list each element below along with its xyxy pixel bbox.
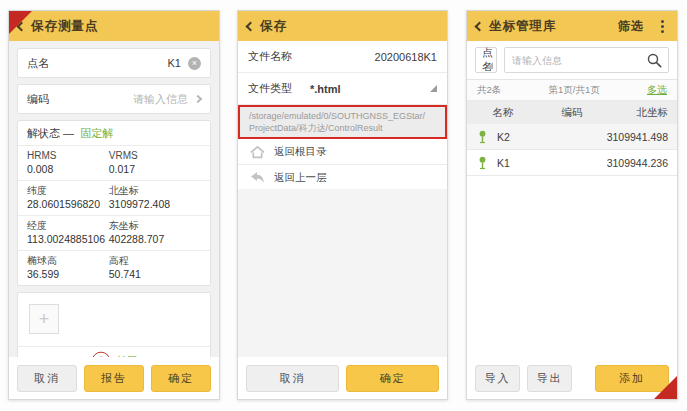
stat-row-lon: 经度113.0024885106 东坐标402288.707 (18, 216, 210, 251)
point-icon (477, 130, 488, 144)
ellipsoid-height-label: 椭球高 (27, 254, 109, 267)
file-name-label: 文件名称 (248, 49, 292, 64)
hrms-label: HRMS (27, 149, 109, 162)
solution-status: 解状态 — 固定解 (18, 121, 210, 146)
point-name-value: K1 (168, 57, 181, 69)
screen-coord-library: 坐标管理库 筛选 点名 共2条 第1页/共1页 多选 (466, 10, 678, 400)
longitude-label: 经度 (27, 219, 109, 232)
page-title: 保存测量点 (31, 18, 99, 35)
code-placeholder: 请输入信息 (133, 92, 188, 107)
report-button[interactable]: 报告 (84, 365, 144, 392)
home-icon (250, 145, 265, 159)
search-box (504, 47, 669, 73)
row-north: 3109941.498 (591, 131, 677, 143)
titlebar-save-point: 保存测量点 (9, 11, 219, 41)
screen-save-point: 保存测量点 点名 K1 × 编码 请输入信息 解状态 — 固定解 (8, 10, 220, 400)
file-name-value: 20200618K1 (375, 51, 437, 63)
point-name-field[interactable]: 点名 K1 × (17, 48, 211, 78)
table-header: 名称 编码 北坐标 (467, 101, 677, 124)
col-name: 名称 (467, 106, 539, 120)
elevation-label: 高程 (109, 254, 201, 267)
latitude-value: 28.0601596820 (27, 197, 109, 211)
cancel-button[interactable]: 取消 (17, 365, 77, 392)
path-line-1: /storage/emulated/0/SOUTHGNSS_EGStar/ (249, 110, 436, 122)
screen1-button-bar: 取消 报告 确定 (9, 357, 219, 399)
clear-icon[interactable]: × (188, 57, 201, 70)
triple-screenshot-stage: 保存测量点 点名 K1 × 编码 请输入信息 解状态 — 固定解 (0, 0, 687, 411)
ok-button[interactable]: 确定 (151, 365, 211, 392)
elevation-value: 50.741 (109, 267, 201, 281)
return-up-label: 返回上一层 (274, 171, 327, 185)
col-north: 北坐标 (605, 106, 677, 120)
page-title: 保存 (260, 18, 287, 35)
screen2-button-bar: 取消 确定 (238, 357, 447, 399)
path-line-2: ProjectData/科力达/ControlResult (249, 122, 436, 134)
row-north: 3109944.236 (591, 157, 677, 169)
search-field-selector[interactable]: 点名 (475, 47, 497, 73)
search-field-label: 点名 (482, 46, 496, 74)
solution-stats-card: 解状态 — 固定解 HRMS0.008 VRMS0.017 纬度28.06015… (17, 120, 211, 286)
search-area: 点名 (467, 41, 677, 80)
solution-label: 解状态 — (27, 127, 74, 139)
dropdown-corner-icon (486, 62, 493, 69)
stat-row-lat: 纬度28.0601596820 北坐标3109972.408 (18, 181, 210, 216)
export-button[interactable]: 导出 (527, 365, 572, 392)
col-code: 编码 (539, 106, 605, 120)
point-icon (477, 156, 488, 170)
file-name-field[interactable]: 文件名称 20200618K1 (238, 41, 447, 73)
file-type-field[interactable]: 文件类型 *.html (238, 73, 447, 105)
list-stats-bar: 共2条 第1页/共1页 多选 (467, 80, 677, 101)
stat-row-rms: HRMS0.008 VRMS0.017 (18, 146, 210, 181)
screen3-button-bar: 导入 导出 添加 (467, 357, 677, 399)
annotation-corner-marker (9, 11, 32, 34)
ok-button[interactable]: 确定 (346, 365, 439, 392)
annotation-corner-marker (654, 376, 677, 399)
north-coord-value: 3109972.408 (109, 197, 201, 211)
current-path-box: /storage/emulated/0/SOUTHGNSS_EGStar/ Pr… (238, 105, 447, 139)
code-label: 编码 (27, 92, 49, 107)
back-icon[interactable] (475, 21, 485, 31)
row-name: K1 (497, 157, 539, 169)
longitude-value: 113.0024885106 (27, 232, 109, 246)
table-row[interactable]: K2 3109941.498 (467, 124, 677, 150)
vrms-value: 0.017 (109, 162, 201, 176)
point-name-label: 点名 (27, 56, 49, 71)
dropdown-corner-icon (430, 85, 437, 92)
back-icon[interactable] (246, 21, 256, 31)
empty-file-list-area (238, 189, 447, 357)
ellipsoid-height-value: 36.599 (27, 267, 109, 281)
back-arrow-icon (250, 171, 265, 184)
search-input[interactable] (505, 55, 668, 66)
search-icon[interactable] (646, 52, 663, 69)
stat-row-height: 椭球高36.599 高程50.741 (18, 251, 210, 285)
return-root-label: 返回根目录 (274, 145, 327, 159)
screen-save-file: 保存 文件名称 20200618K1 文件类型 *.html /storage/… (237, 10, 448, 400)
add-photo-placeholder[interactable]: + (29, 304, 59, 334)
chevron-right-icon (194, 95, 202, 103)
total-count: 共2条 (477, 84, 501, 97)
file-type-value: *.html (310, 83, 341, 95)
page-title: 坐标管理库 (489, 18, 557, 35)
north-coord-label: 北坐标 (109, 184, 201, 197)
return-root-item[interactable]: 返回根目录 (238, 139, 447, 165)
titlebar-save: 保存 (238, 11, 447, 41)
multiselect-link[interactable]: 多选 (647, 83, 667, 97)
latitude-label: 纬度 (27, 184, 109, 197)
row-name: K2 (497, 131, 539, 143)
solution-value: 固定解 (80, 127, 113, 139)
hrms-value: 0.008 (27, 162, 109, 176)
filter-button[interactable]: 筛选 (618, 18, 644, 35)
titlebar-coord-library: 坐标管理库 筛选 (467, 11, 677, 41)
page-indicator: 第1页/共1页 (501, 84, 647, 97)
file-type-label: 文件类型 (248, 81, 292, 96)
code-field[interactable]: 编码 请输入信息 (17, 84, 211, 114)
overflow-menu-icon[interactable] (657, 18, 668, 35)
east-coord-label: 东坐标 (109, 219, 201, 232)
east-coord-value: 402288.707 (109, 232, 201, 246)
cancel-button[interactable]: 取消 (246, 365, 339, 392)
table-row[interactable]: K1 3109944.236 (467, 150, 677, 176)
import-button[interactable]: 导入 (475, 365, 520, 392)
return-up-item[interactable]: 返回上一层 (238, 165, 447, 191)
vrms-label: VRMS (109, 149, 201, 162)
